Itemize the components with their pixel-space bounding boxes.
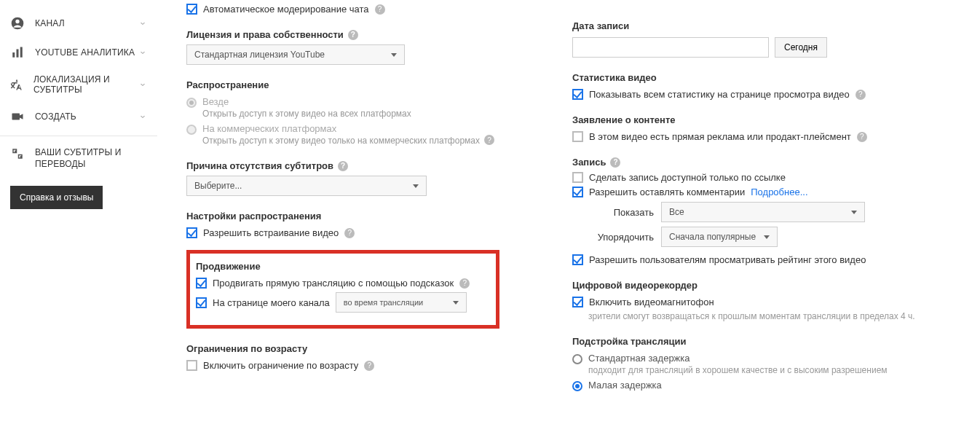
rec-link-only-row: Сделать запись доступной только по ссылк… bbox=[572, 172, 980, 183]
svg-rect-3 bbox=[17, 50, 19, 58]
sidebar-item-label: КАНАЛ bbox=[35, 18, 65, 28]
latency-low-row: Малая задержка bbox=[572, 380, 980, 391]
settings-column-left: Автоматическое модерирование чата ? Лице… bbox=[186, 0, 499, 396]
content-decl-checkbox[interactable] bbox=[572, 131, 583, 142]
stats-show-label: Показывать всем статистику на странице п… bbox=[589, 89, 850, 100]
help-icon[interactable]: ? bbox=[364, 361, 374, 371]
age-restriction-checkbox[interactable] bbox=[186, 360, 197, 371]
help-icon[interactable]: ? bbox=[344, 228, 355, 238]
sidebar-item-label: ЛОКАЛИЗАЦИЯ И СУБТИТРЫ bbox=[33, 74, 138, 95]
help-icon[interactable]: ? bbox=[610, 157, 620, 168]
radio-label: Малая задержка bbox=[588, 380, 662, 391]
allow-embed-checkbox[interactable] bbox=[186, 227, 197, 238]
translate-icon bbox=[10, 146, 25, 161]
dvr-enable-checkbox[interactable] bbox=[572, 297, 583, 307]
show-comments-row: Показать Все bbox=[588, 202, 980, 222]
help-icon[interactable]: ? bbox=[348, 30, 358, 40]
auto-moderation-row: Автоматическое модерирование чата ? bbox=[186, 4, 499, 15]
select-value: Выберите... bbox=[194, 181, 242, 191]
chevron-down-icon bbox=[391, 53, 397, 57]
latency-std-row: Стандартная задержка подходит для трансл… bbox=[572, 353, 980, 375]
content-decl-heading: Заявление о контенте bbox=[572, 114, 980, 125]
chevron-down-icon bbox=[764, 235, 770, 239]
svg-point-1 bbox=[15, 20, 19, 23]
latency-std-radio[interactable] bbox=[572, 354, 582, 364]
subs-reason-select[interactable]: Выберите... bbox=[186, 176, 427, 196]
camera-icon bbox=[10, 109, 25, 124]
stats-show-checkbox[interactable] bbox=[572, 89, 583, 100]
chevron-down-icon bbox=[138, 48, 147, 57]
chevron-down-icon bbox=[851, 211, 857, 214]
radio-hint: Открыть доступ к этому видео только на к… bbox=[202, 136, 480, 146]
rec-link-only-checkbox[interactable] bbox=[572, 172, 583, 183]
learn-more-link[interactable]: Подробнее... bbox=[751, 187, 807, 197]
chevron-down-icon bbox=[138, 80, 147, 89]
sidebar-item-analytics[interactable]: YOUTUBE АНАЛИТИКА bbox=[0, 38, 157, 67]
allow-rating-row: Разрешить пользователям просматривать ре… bbox=[572, 254, 980, 265]
distribution-everywhere-row: Везде Открыть доступ к этому видео на вс… bbox=[186, 96, 499, 119]
show-comments-select[interactable]: Все bbox=[661, 202, 865, 222]
promo-channel-checkbox[interactable] bbox=[196, 297, 207, 308]
auto-moderation-label: Автоматическое модерирование чата bbox=[203, 4, 369, 15]
help-icon[interactable]: ? bbox=[459, 278, 470, 289]
auto-moderation-checkbox[interactable] bbox=[186, 4, 197, 15]
help-icon[interactable]: ? bbox=[484, 135, 494, 145]
chevron-down-icon bbox=[138, 112, 147, 121]
rec-link-only-label: Сделать запись доступной только по ссылк… bbox=[589, 172, 786, 183]
license-select[interactable]: Стандартная лицензия YouTube bbox=[186, 44, 405, 65]
chevron-down-icon bbox=[138, 19, 147, 28]
license-heading: Лицензия и права собственности ? bbox=[186, 29, 499, 40]
sort-comments-row: Упорядочить Сначала популярные bbox=[588, 227, 980, 247]
sidebar-item-create[interactable]: СОЗДАТЬ bbox=[0, 102, 157, 131]
dvr-hint: зрители смогут возвращаться к прошлым мо… bbox=[588, 311, 980, 321]
sidebar-item-channel[interactable]: КАНАЛ bbox=[0, 9, 157, 38]
feedback-button[interactable]: Справка и отзывы bbox=[10, 186, 103, 209]
svg-rect-5 bbox=[12, 114, 20, 120]
translate-icon bbox=[10, 77, 23, 92]
record-date-row: Сегодня bbox=[572, 37, 980, 58]
rec-allow-comments-checkbox[interactable] bbox=[572, 187, 583, 197]
select-value: Все bbox=[669, 207, 684, 217]
record-date-heading: Дата записи bbox=[572, 20, 980, 31]
sort-label: Упорядочить bbox=[588, 232, 654, 243]
rec-allow-comments-row: Разрешить оставлять комментарии Подробне… bbox=[572, 187, 980, 197]
radio-hint: Открыть доступ к этому видео на всех пла… bbox=[202, 109, 411, 119]
distribution-commercial-radio[interactable] bbox=[186, 125, 197, 135]
help-icon[interactable]: ? bbox=[857, 132, 867, 142]
rec-allow-comments-label: Разрешить оставлять комментарии bbox=[589, 187, 745, 197]
sidebar-item-translations[interactable]: ВАШИ СУБТИТРЫ И ПЕРЕВОДЫ bbox=[0, 141, 157, 176]
select-value: во время трансляции bbox=[344, 298, 423, 307]
distribution-commercial-row: На коммерческих платформах Открыть досту… bbox=[186, 123, 499, 146]
radio-label: На коммерческих платформах bbox=[202, 123, 494, 134]
content-decl-label: В этом видео есть прямая реклама или про… bbox=[589, 131, 851, 142]
latency-low-radio[interactable] bbox=[572, 381, 582, 391]
help-icon[interactable]: ? bbox=[855, 90, 866, 100]
today-button[interactable]: Сегодня bbox=[775, 37, 827, 58]
divider bbox=[0, 136, 157, 136]
content-decl-row: В этом видео есть прямая реклама или про… bbox=[572, 131, 980, 142]
main-content: Автоматическое модерирование чата ? Лице… bbox=[157, 0, 980, 396]
chevron-down-icon bbox=[413, 184, 419, 188]
promotion-highlight-box: Продвижение Продвигать прямую трансляцию… bbox=[186, 250, 499, 329]
distribution-everywhere-radio[interactable] bbox=[186, 98, 197, 108]
help-icon[interactable]: ? bbox=[375, 4, 385, 15]
radio-label: Везде bbox=[202, 96, 411, 107]
settings-column-right: Дата записи Сегодня Статистика видео Пок… bbox=[572, 0, 980, 396]
svg-rect-4 bbox=[20, 47, 23, 58]
show-label: Показать bbox=[588, 207, 654, 218]
stats-heading: Статистика видео bbox=[572, 72, 980, 83]
sidebar-item-label: YOUTUBE АНАЛИТИКА bbox=[35, 47, 135, 58]
help-icon[interactable]: ? bbox=[338, 161, 348, 171]
promo-timing-select[interactable]: во время трансляции bbox=[336, 292, 467, 313]
promo-tips-checkbox[interactable] bbox=[196, 278, 207, 289]
promo-tips-label: Продвигать прямую трансляцию с помощью п… bbox=[213, 278, 454, 289]
dvr-enable-row: Включить видеомагнитофон bbox=[572, 297, 980, 307]
record-date-input[interactable] bbox=[572, 37, 769, 58]
sort-comments-select[interactable]: Сначала популярные bbox=[661, 227, 778, 247]
allow-rating-checkbox[interactable] bbox=[572, 254, 583, 265]
age-heading: Ограничения по возрасту bbox=[186, 343, 499, 354]
sidebar-item-label: ВАШИ СУБТИТРЫ И ПЕРЕВОДЫ bbox=[35, 146, 130, 170]
promo-channel-row: На странице моего канала во время трансл… bbox=[196, 292, 490, 313]
sidebar-item-localization[interactable]: ЛОКАЛИЗАЦИЯ И СУБТИТРЫ bbox=[0, 67, 157, 102]
radio-hint: подходит для трансляций в хорошем качест… bbox=[588, 365, 888, 375]
